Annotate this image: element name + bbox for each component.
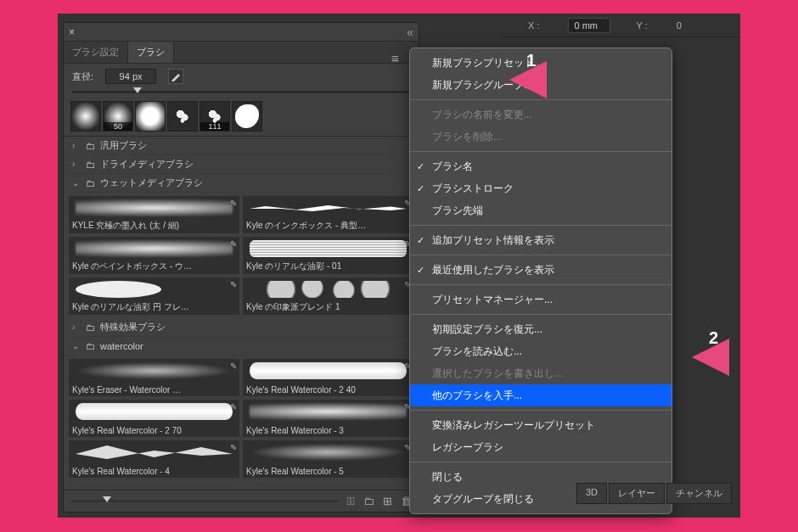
brush-item[interactable]: ✎ Kyle の印象派ブレンド 1 [243,277,413,315]
coord-x-value[interactable]: 0 mm [568,18,610,33]
menu-separator [410,410,672,411]
coordinate-bar: X : 0 mm Y : 0 [503,14,740,37]
menu-separator [410,255,672,255]
recent-brush-6[interactable] [232,101,262,132]
chevron-right-icon: › [72,141,81,150]
stroke-preview [76,199,233,216]
tab-channels[interactable]: チャンネル [666,483,732,504]
brush-item[interactable]: ✎ Kyle's Real Watercolor - 4 [69,440,239,478]
stroke-preview [250,444,407,461]
check-icon: ✓ [417,232,424,248]
recent-brush-3[interactable] [135,101,166,132]
recent-brush-4[interactable] [167,101,198,132]
callout-number: 1 [526,51,536,70]
edit-icon[interactable]: ✎ [230,361,237,371]
stroke-preview [76,403,233,420]
app-window: X : 0 mm Y : 0 × « ブラシ設定 ブラシ 直径: 94 px 5… [58,14,740,518]
brush-label: Kyle の印象派ブレンド 1 [246,301,410,313]
brush-preview-icon[interactable] [168,69,183,84]
menu-legacy-brushes[interactable]: レガシーブラシ [410,436,672,458]
menu-get-more-brushes[interactable]: 他のブラシを入手... [410,384,672,406]
recent-brush-strip: 50 111 [64,97,419,136]
menu-brush-name[interactable]: ✓ブラシ名 [410,155,672,177]
menu-separator [410,151,672,152]
menu-preset-manager[interactable]: プリセットマネージャー... [410,288,672,311]
stroke-preview [76,240,233,257]
brush-label: Kyle のインクボックス - 典型… [246,220,410,232]
coord-y-value: 0 [677,20,682,31]
brush-item[interactable]: ✎ Kyle's Real Watercolor - 2 40 [243,359,413,396]
folder-dry[interactable]: › 🗀 ドライメディアブラシ [64,155,419,174]
brush-item[interactable]: ✎ Kyle's Real Watercolor - 5 [243,440,413,478]
visibility-toggle-icon[interactable]: 👁⃠ [347,495,356,507]
edit-icon[interactable]: ✎ [230,402,237,412]
menu-brush-stroke[interactable]: ✓ブラシストローク [410,177,672,199]
brush-label: Kyle's Real Watercolor - 3 [246,426,410,435]
new-brush-icon[interactable]: ⊞ [383,495,392,507]
brush-label: KYLE 究極の墨入れ (太 / 細) [72,220,236,232]
brush-item[interactable]: ✎ Kyle's Real Watercolor - 3 [243,400,413,437]
tab-brushes[interactable]: ブラシ [128,42,174,63]
stroke-preview [250,240,407,257]
panel-header: × « [64,23,419,42]
menu-export-selected: 選択したブラシを書き出し... [410,362,672,384]
edit-icon[interactable]: ✎ [230,280,237,289]
brush-item[interactable]: ✎ Kyle のリアルな油彩 円 フレ… [69,277,239,315]
lower-panel-tabs: 3D レイヤー チャンネル [576,483,732,504]
close-icon[interactable]: × [69,26,75,38]
folder-general[interactable]: › 🗀 汎用ブラシ [64,137,419,155]
folder-fx[interactable]: › 🗀 特殊効果ブラシ [64,318,419,337]
stroke-preview [250,362,407,379]
edit-icon[interactable]: ✎ [230,443,237,452]
recent-brush-5[interactable]: 111 [200,101,230,132]
stroke-preview [76,281,161,298]
brush-item[interactable]: ✎ KYLE 究極の墨入れ (太 / 細) [69,196,239,233]
folder-wet[interactable]: ⌄ 🗀 ウェットメディアブラシ [64,174,419,193]
chevron-down-icon: ⌄ [72,341,81,350]
check-icon: ✓ [417,181,424,196]
brush-label: Kyle's Real Watercolor - 4 [72,467,236,476]
menu-brush-tip[interactable]: ブラシ先端 [410,199,672,221]
tab-brush-settings[interactable]: ブラシ設定 [64,42,128,63]
watercolor-brush-grid: ✎ Kyle's Eraser - Watercolor … ✎ Kyle's … [64,356,419,481]
folder-label: 汎用ブラシ [100,139,147,152]
stroke-preview [250,199,407,216]
diameter-value[interactable]: 94 px [105,69,156,84]
panel-collapse-icon[interactable]: « [407,25,413,39]
panel-menu-icon[interactable]: ≡ [391,53,399,64]
panel-tabs: ブラシ設定 ブラシ [64,42,419,64]
slider-thumb-icon[interactable] [103,496,111,502]
folder-watercolor[interactable]: ⌄ 🗀 watercolor [64,337,419,356]
menu-show-recent[interactable]: ✓最近使用したブラシを表示 [410,259,672,281]
stroke-preview [250,281,407,298]
menu-label: ブラシ名 [432,160,473,172]
edit-icon[interactable]: ✎ [230,199,237,208]
menu-converted-legacy[interactable]: 変換済みレガシーツールプリセット [410,414,672,436]
brush-item[interactable]: ✎ Kyle's Eraser - Watercolor … [69,359,239,396]
tab-3d[interactable]: 3D [576,483,607,504]
new-folder-icon[interactable]: 🗀 [363,495,374,507]
recent-brush-2[interactable]: 50 [103,101,133,132]
menu-restore-default[interactable]: 初期設定ブラシを復元... [410,318,672,340]
recent-brush-1[interactable] [70,101,101,132]
brush-label: Kyle's Real Watercolor - 2 40 [246,385,410,395]
edit-icon[interactable]: ✎ [230,239,237,249]
check-icon: ✓ [417,159,424,174]
brush-item[interactable]: ✎ Kyle のペイントボックス - ウ… [69,237,239,274]
brush-item[interactable]: ✎ Kyle のリアルな油彩 - 01 [243,237,413,274]
folder-icon: 🗀 [86,341,95,351]
tab-layers[interactable]: レイヤー [609,483,665,504]
menu-label: 最近使用したブラシを表示 [432,264,554,276]
brush-panel: × « ブラシ設定 ブラシ 直径: 94 px 50 111 › [63,22,419,512]
thumbnail-size-slider[interactable] [70,500,339,502]
folder-label: ウェットメディアブラシ [100,176,203,189]
menu-load-brushes[interactable]: ブラシを読み込む... [410,340,672,362]
menu-separator [410,225,672,226]
slider-thumb-icon[interactable] [133,87,142,93]
menu-separator [410,462,672,462]
brush-item[interactable]: ✎ Kyle's Real Watercolor - 2 70 [69,400,239,437]
diameter-slider[interactable] [72,91,410,93]
menu-show-preset-info[interactable]: ✓追加プリセット情報を表示 [410,229,672,251]
brush-item[interactable]: ✎ Kyle のインクボックス - 典型… [243,196,413,233]
brush-label: Kyle's Eraser - Watercolor … [72,385,236,395]
